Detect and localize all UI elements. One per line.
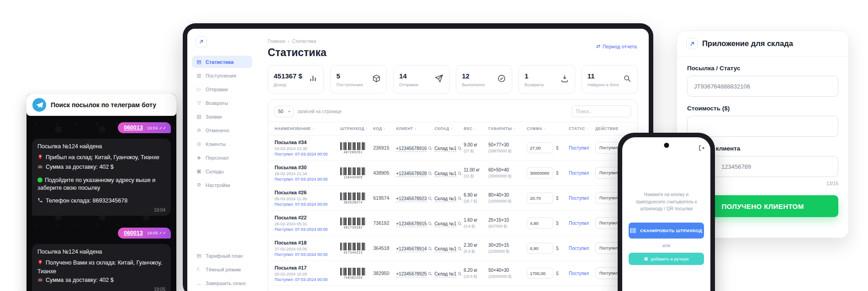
sidebar-item-requests[interactable]: ▧Заявки — [192, 110, 252, 123]
sum-input[interactable]: 27,00 — [527, 142, 553, 153]
cost-input[interactable] — [687, 116, 838, 137]
weight-cell: 2.30 кг(6.9 $) — [464, 243, 487, 254]
search-small-icon[interactable] — [458, 219, 462, 228]
client-phone-link[interactable]: +12345678914 — [396, 246, 427, 252]
dimensions-value: 25×15×10 — [488, 218, 525, 223]
sidebar-item-label: Тёмный режим — [206, 267, 241, 272]
barcode-number: 481739282 — [340, 226, 366, 229]
parcel-name: Посылка #17 — [275, 265, 339, 270]
search-input[interactable] — [572, 105, 631, 117]
dimensions-cell: 25×15×10(937500 $) — [488, 218, 525, 229]
table-row[interactable]: Посылка #3404-03-2024 23.38Поступил: 07-… — [268, 135, 637, 161]
action-value: Поступил — [599, 221, 618, 225]
tracking-code-link[interactable]: 060013 — [124, 230, 143, 236]
column-header[interactable]: КЛИЕНТ↕ — [396, 126, 433, 131]
phone-screen: Нажмите на кнопку и приподнесите считыва… — [622, 137, 710, 291]
sidebar-item-dark-mode[interactable]: ☾Тёмный режим — [192, 263, 252, 275]
parcel-date: 26-02-2024 10:28 — [275, 272, 339, 276]
breadcrumb-home[interactable]: Главная — [268, 39, 285, 44]
sidebar-item-tariff-plan[interactable]: ▤Тарифный план — [192, 249, 252, 262]
weight-cost: (6.9 $) — [464, 249, 487, 254]
tracking-code-link[interactable]: 060013 — [124, 125, 143, 131]
search-small-icon[interactable] — [428, 144, 432, 152]
warehouse-link[interactable]: Склад №1 — [434, 171, 456, 177]
sidebar-item-clients[interactable]: ◎Клиенты — [192, 138, 252, 150]
keyboard-icon: ▦ — [644, 256, 648, 261]
column-header[interactable]: СУММА↕ — [527, 126, 567, 131]
sidebar-item-warehouses[interactable]: ▣Склады — [192, 165, 252, 177]
column-label: КЛИЕНТ — [396, 126, 413, 131]
sum-input[interactable]: 6,90 — [527, 243, 553, 254]
stat-label: Доход — [274, 82, 302, 87]
search-small-icon[interactable] — [458, 144, 462, 152]
table-row[interactable]: Посылка #3028-02-2024 21:34Поступил: 07-… — [268, 161, 637, 186]
scan-barcode-button[interactable]: СКАНИРОВАТЬ ШТРИХКОД — [629, 223, 704, 239]
sum-input[interactable]: 1700,00 — [527, 268, 553, 279]
sum-input[interactable]: 4,80 — [527, 218, 553, 229]
report-period-link[interactable]: ⇄ Период отчета — [596, 43, 637, 49]
column-header[interactable]: ШТРИХКОД↕ — [340, 126, 371, 131]
message-line: Сумма за доставку: 402 $ — [37, 163, 165, 172]
per-page-select[interactable]: 50 ▾ — [275, 106, 294, 117]
client-phone-link[interactable]: +12345678925 — [396, 271, 427, 277]
outgoing-message[interactable]: 060013 19:05 ✓✓ — [118, 228, 171, 239]
sidebar-item-logout[interactable]: →Завершить сеанс — [192, 277, 252, 289]
sidebar-item-cancelled[interactable]: ⊘Отменено — [192, 124, 252, 136]
sidebar-footer: ▤Тарифный план ☾Тёмный режим →Завершить … — [192, 249, 252, 291]
add-manually-button[interactable]: ▦ добавить в ручную — [629, 253, 704, 265]
table-row[interactable]: Посылка #2226-02-2024 05:31Поступил: 07-… — [268, 211, 637, 236]
parcel-name-cell: Посылка #1726-02-2024 10:28Поступил: 07-… — [275, 265, 339, 282]
search-small-icon[interactable] — [458, 169, 462, 177]
parcel-name-cell: Посылка #2226-02-2024 05:31Поступил: 07-… — [275, 215, 339, 232]
column-header[interactable]: КОД↕ — [373, 126, 394, 131]
sidebar-item-settings[interactable]: ⚙Настройки — [192, 179, 252, 191]
search-small-icon[interactable] — [428, 169, 432, 177]
column-header[interactable]: НАИМЕНОВАНИЕ↕ — [275, 126, 339, 131]
client-phone-link[interactable]: +12345678915 — [396, 221, 427, 227]
sidebar-item-shipments[interactable]: ▷Отправки — [192, 83, 252, 95]
column-header[interactable]: СКЛАД↕ — [434, 126, 462, 131]
stat-card-shipments: 14Отправки — [393, 65, 450, 94]
search-small-icon[interactable] — [428, 244, 432, 253]
logout-icon[interactable] — [698, 145, 705, 153]
breadcrumb-current: Статистика — [292, 39, 316, 44]
warehouse-link[interactable]: Склад №1 — [434, 246, 456, 252]
table-row[interactable]: Посылка #1726-02-2024 10:28Поступил: 07-… — [268, 261, 637, 286]
chat-title: Поиск посылок по телеграм боту — [51, 101, 156, 109]
warehouse-link[interactable]: Склад №1 — [434, 146, 456, 152]
column-header[interactable]: ГАБАРИТЫ↕ — [488, 126, 525, 131]
sidebar-item-arrivals[interactable]: ▥Поступления — [192, 69, 252, 82]
client-phone-link[interactable]: +12345678928 — [396, 171, 427, 177]
weight-cell: 11.00 кг(33 $) — [464, 167, 487, 178]
per-page-control: 50 ▾ записей на странице — [275, 106, 342, 117]
search-small-icon[interactable] — [458, 270, 462, 278]
sidebar-item-statistics[interactable]: ▤Статистика — [192, 56, 252, 68]
search-small-icon[interactable] — [458, 194, 462, 203]
sidebar-item-staff[interactable]: ◈Персонал — [192, 151, 252, 164]
sum-input[interactable]: 30000000 — [527, 167, 553, 178]
sum-input[interactable]: 20,70 — [527, 192, 553, 203]
sidebar-item-returns[interactable]: ▽Возвраты — [192, 97, 252, 109]
table-row[interactable]: Посылка #1827-02-2024 03:05Поступил: 07-… — [268, 236, 637, 261]
search-small-icon[interactable] — [428, 270, 432, 278]
telegram-chat-header: Поиск посылок по телеграм боту — [26, 94, 176, 116]
barcode-image — [340, 268, 366, 275]
warehouse-link[interactable]: Склад №1 — [434, 221, 456, 227]
client-phone-link[interactable]: +12345678916 — [396, 146, 427, 152]
warehouse-link[interactable]: Склад №1 — [434, 196, 456, 202]
search-small-icon[interactable] — [458, 244, 462, 253]
warehouse-link[interactable]: Склад №1 — [434, 271, 456, 277]
sidebar-item-label: Отменено — [206, 128, 229, 133]
warehouse-cell: Склад №1 — [434, 194, 462, 203]
brand-arrow-icon — [686, 38, 698, 49]
table-row[interactable]: Посылка #2605-03-2024 11:39Поступил: 07-… — [268, 186, 637, 211]
outgoing-message[interactable]: 060013 19:04 ✓✓ — [118, 122, 171, 133]
search-small-icon[interactable] — [428, 194, 432, 203]
search-small-icon[interactable] — [428, 219, 432, 228]
parcel-status-input[interactable] — [687, 76, 838, 97]
table-row[interactable]: Посылка #14 — [268, 286, 637, 291]
client-phone-link[interactable]: +12345678923 — [396, 196, 427, 202]
column-header[interactable]: ВЕС↕ — [464, 126, 487, 131]
column-header[interactable]: СТАТУС↕ — [569, 126, 593, 131]
warehouse-cell: Склад №1 — [434, 169, 462, 177]
